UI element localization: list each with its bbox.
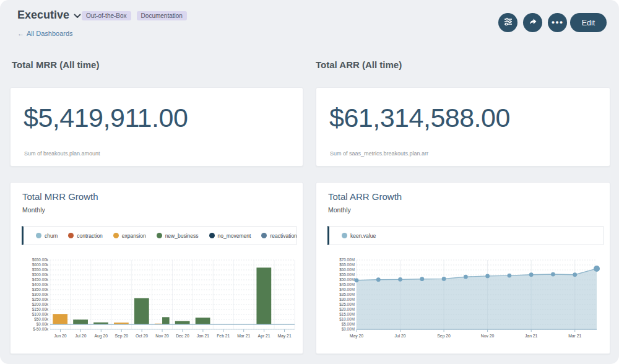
arr-growth-legend: keen.value (327, 226, 604, 245)
total-arr-subtext: Sum of saas_metrics.breakouts.plan.arr (330, 150, 428, 157)
svg-text:May 21: May 21 (277, 334, 292, 339)
svg-text:$150.00k: $150.00k (32, 307, 49, 311)
badge-out-of-the-box: Out-of-the-Box (82, 11, 131, 20)
dashboard-title: Executive (17, 9, 69, 22)
svg-text:$500.00k: $500.00k (32, 272, 49, 277)
legend-dot (342, 233, 347, 238)
legend-dot (261, 233, 267, 238)
arr-growth-title: Total ARR Growth (328, 191, 402, 202)
arr-growth-card: Total ARR Growth Monthly keen.value $70.… (316, 182, 610, 354)
svg-text:Jan 21: Jan 21 (525, 334, 538, 338)
svg-text:$250.00k: $250.00k (32, 297, 49, 301)
svg-text:$50.00M: $50.00M (339, 277, 355, 282)
legend-label: expansion (122, 233, 146, 239)
mrr-growth-bar-chart: $650.00k$600.00k$550.00k$500.00k$450.00k… (13, 254, 299, 352)
legend-item-new_business[interactable]: new_business (157, 233, 199, 239)
svg-text:Dec 20: Dec 20 (176, 334, 189, 338)
svg-text:Sep 20: Sep 20 (437, 334, 451, 339)
svg-text:$15.00M: $15.00M (339, 312, 355, 316)
total-mrr-subtext: Sum of breakouts.plan.amount (24, 150, 100, 157)
mrr-section-heading: Total MRR (All time) (12, 59, 99, 70)
arr-section-heading: Total ARR (All time) (316, 59, 402, 70)
legend-item-no_movement[interactable]: no_movement (209, 233, 251, 239)
edit-button[interactable]: Edit (570, 13, 607, 32)
svg-text:$300.00k: $300.00k (32, 292, 49, 297)
svg-text:Mar 21: Mar 21 (568, 334, 581, 338)
svg-text:$10.00M: $10.00M (339, 317, 355, 321)
svg-text:$20.00M: $20.00M (339, 307, 355, 311)
svg-text:$-50.00k: $-50.00k (33, 327, 49, 331)
svg-text:Aug 20: Aug 20 (95, 334, 108, 339)
mrr-growth-subtitle: Monthly (22, 206, 45, 214)
all-dashboards-link[interactable]: ←All Dashboards (17, 30, 73, 37)
dashboard-title-dropdown[interactable]: Executive (17, 9, 81, 22)
legend-dot (68, 233, 74, 238)
total-arr-card: $61,314,588.00 Sum of saas_metrics.break… (316, 87, 610, 167)
svg-text:$650.00k: $650.00k (32, 258, 49, 262)
svg-text:$60.00M: $60.00M (339, 267, 355, 272)
all-dashboards-label: All Dashboards (27, 30, 73, 37)
svg-text:Jul 20: Jul 20 (394, 334, 405, 338)
svg-text:$450.00k: $450.00k (32, 277, 49, 282)
legend-item-churn[interactable]: churn (36, 233, 58, 239)
badge-list: Out-of-the-Box Documentation (82, 11, 187, 20)
svg-text:Apr 21: Apr 21 (258, 334, 271, 339)
legend-label: reactivation (270, 233, 297, 239)
legend-label: no_movement (218, 233, 251, 239)
arr-growth-area-chart: $70.00M$65.00M$60.00M$55.00M$50.00M$45.0… (319, 254, 605, 352)
legend-item-reactivation[interactable]: reactivation (261, 233, 297, 239)
svg-text:$550.00k: $550.00k (32, 267, 49, 272)
badge-documentation: Documentation (137, 11, 187, 20)
total-mrr-value: $5,419,911.00 (24, 103, 188, 133)
svg-text:$45.00M: $45.00M (339, 282, 355, 287)
svg-text:$100.00k: $100.00k (32, 312, 49, 316)
legend-item-contraction[interactable]: contraction (68, 233, 103, 239)
svg-text:$350.00k: $350.00k (32, 287, 49, 292)
legend-dot (209, 233, 215, 238)
legend-label: contraction (77, 233, 103, 239)
legend-dot (36, 233, 41, 238)
legend-label: churn (45, 233, 58, 239)
svg-text:Jun 20: Jun 20 (54, 334, 67, 338)
svg-text:$40.00M: $40.00M (339, 287, 355, 292)
svg-text:$50.00k: $50.00k (34, 317, 49, 321)
dashboard-page: Executive Out-of-the-Box Documentation ←… (0, 0, 619, 364)
total-arr-value: $61,314,588.00 (329, 103, 510, 133)
share-button[interactable] (523, 13, 542, 32)
mrr-growth-title: Total MRR Growth (22, 191, 98, 202)
chevron-down-icon (74, 9, 81, 22)
mrr-growth-card: Total MRR Growth Monthly churncontractio… (10, 182, 303, 354)
svg-text:$0.00k: $0.00k (37, 322, 49, 326)
more-options-button[interactable]: ●●● (548, 13, 567, 32)
svg-text:Jul 20: Jul 20 (75, 334, 86, 338)
svg-text:Nov 20: Nov 20 (481, 334, 495, 338)
svg-text:Feb 21: Feb 21 (217, 334, 230, 338)
svg-text:Oct 20: Oct 20 (136, 334, 148, 338)
total-mrr-card: $5,419,911.00 Sum of breakouts.plan.amou… (10, 87, 303, 167)
legend-label: new_business (165, 233, 199, 239)
filters-button[interactable] (498, 13, 517, 32)
filters-icon (503, 17, 513, 29)
svg-text:Nov 20: Nov 20 (155, 334, 169, 338)
svg-text:Jan 21: Jan 21 (197, 334, 210, 338)
arr-growth-subtitle: Monthly (328, 206, 351, 214)
ellipsis-icon: ●●● (552, 13, 563, 32)
svg-text:Mar 21: Mar 21 (237, 334, 250, 338)
legend-dot (157, 233, 162, 238)
legend-dot (113, 233, 119, 238)
svg-text:$600.00k: $600.00k (32, 262, 49, 267)
svg-text:Sep 20: Sep 20 (115, 334, 128, 339)
legend-item-keen.value[interactable]: keen.value (342, 233, 376, 239)
svg-text:$0.00M: $0.00M (342, 327, 355, 331)
svg-text:$200.00k: $200.00k (32, 302, 49, 306)
legend-item-expansion[interactable]: expansion (113, 233, 146, 239)
svg-text:$35.00M: $35.00M (339, 292, 355, 297)
svg-text:$25.00M: $25.00M (339, 302, 355, 306)
svg-text:$55.00M: $55.00M (339, 272, 355, 277)
share-icon (528, 17, 538, 29)
svg-text:$5.00M: $5.00M (342, 322, 355, 326)
svg-text:May 20: May 20 (350, 334, 364, 339)
svg-text:$70.00M: $70.00M (339, 258, 355, 262)
svg-text:$30.00M: $30.00M (339, 297, 355, 301)
legend-label: keen.value (350, 233, 376, 239)
